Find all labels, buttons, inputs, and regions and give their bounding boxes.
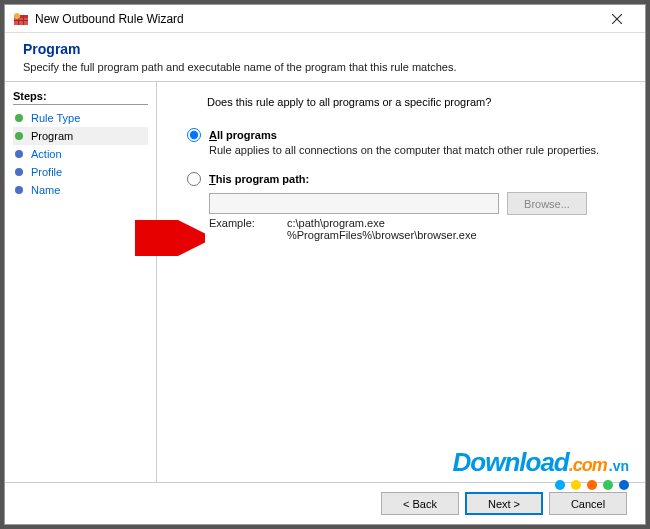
cancel-button[interactable]: Cancel (549, 492, 627, 515)
wizard-header: Program Specify the full program path an… (5, 33, 645, 82)
program-path-input[interactable] (209, 193, 499, 214)
page-description: Specify the full program path and execut… (23, 61, 627, 73)
steps-sidebar: Steps: Rule Type Program Action Profile (5, 82, 157, 482)
example-label: Example: (209, 217, 287, 241)
close-button[interactable] (597, 6, 637, 32)
back-button[interactable]: < Back (381, 492, 459, 515)
step-action[interactable]: Action (13, 145, 148, 163)
step-bullet-icon (15, 132, 23, 140)
content-pane: Does this rule apply to all programs or … (157, 82, 645, 482)
option-all-programs: All programs Rule applies to all connect… (187, 128, 627, 156)
wizard-footer: < Back Next > Cancel (5, 482, 645, 524)
wizard-body: Steps: Rule Type Program Action Profile (5, 82, 645, 482)
step-rule-type[interactable]: Rule Type (13, 109, 148, 127)
program-path-row: Browse... (209, 192, 627, 215)
svg-point-5 (14, 13, 20, 19)
radio-program-path[interactable]: This program path: (187, 172, 627, 186)
example-row: Example: c:\path\program.exe %ProgramFil… (209, 217, 627, 241)
wizard-window: New Outbound Rule Wizard Program Specify… (4, 4, 646, 525)
window-title: New Outbound Rule Wizard (35, 12, 597, 26)
browse-button[interactable]: Browse... (507, 192, 587, 215)
radio-program-path-input[interactable] (187, 172, 201, 186)
radio-all-programs-input[interactable] (187, 128, 201, 142)
radio-all-programs-label: All programs (209, 129, 277, 141)
example-paths: c:\path\program.exe %ProgramFiles%\brows… (287, 217, 477, 241)
radio-all-programs-desc: Rule applies to all connections on the c… (209, 144, 627, 156)
svg-rect-2 (14, 20, 28, 21)
step-bullet-icon (15, 186, 23, 194)
step-label: Profile (31, 166, 62, 178)
step-label: Program (31, 130, 73, 142)
step-program[interactable]: Program (13, 127, 148, 145)
radio-all-programs[interactable]: All programs (187, 128, 627, 142)
radio-program-path-label: This program path: (209, 173, 309, 185)
step-profile[interactable]: Profile (13, 163, 148, 181)
next-button[interactable]: Next > (465, 492, 543, 515)
firewall-icon (13, 11, 29, 27)
page-title: Program (23, 41, 627, 57)
steps-heading: Steps: (13, 90, 148, 105)
question-text: Does this rule apply to all programs or … (207, 96, 627, 108)
step-label: Action (31, 148, 62, 160)
svg-rect-4 (23, 15, 24, 25)
step-bullet-icon (15, 168, 23, 176)
steps-list: Rule Type Program Action Profile Name (13, 109, 148, 199)
step-name[interactable]: Name (13, 181, 148, 199)
titlebar: New Outbound Rule Wizard (5, 5, 645, 33)
step-label: Rule Type (31, 112, 80, 124)
step-bullet-icon (15, 114, 23, 122)
step-bullet-icon (15, 150, 23, 158)
option-program-path: This program path: Browse... Example: c:… (187, 172, 627, 241)
step-label: Name (31, 184, 60, 196)
close-icon (612, 14, 622, 24)
